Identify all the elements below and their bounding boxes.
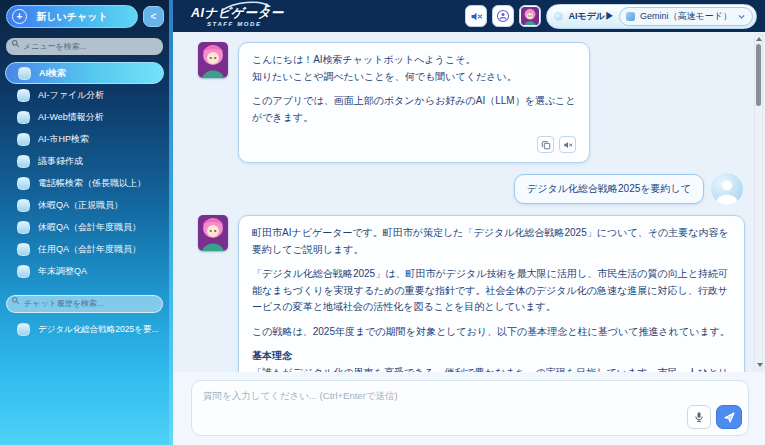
copy-icon	[541, 140, 551, 150]
model-selected-value: Gemini（高速モード）	[640, 10, 732, 23]
message-actions	[252, 134, 576, 157]
message-text: この戦略は、2025年度までの期間を対象としており、以下の基本理念と柱に基づいて…	[252, 324, 731, 341]
person-circle-icon	[496, 9, 510, 23]
sidebar-item-label: AI-市HP検索	[38, 133, 89, 146]
speaker-mute-icon	[470, 10, 483, 23]
chevron-left-icon: <	[151, 11, 157, 22]
chat-bubble-icon	[17, 133, 30, 146]
ai-avatar	[198, 215, 228, 251]
microphone-icon	[693, 411, 705, 423]
sidebar-item-ai-file-analysis[interactable]: AI-ファイル分析	[5, 84, 164, 106]
top-bar: AIナビゲーター STAFF MODE	[173, 0, 765, 32]
message-text: 町田市AIナビゲーターです。町田市が策定した「デジタル化総合戦略2025」につい…	[252, 225, 731, 258]
message-heading: 基本理念	[252, 348, 731, 365]
chat-bubble-icon	[17, 221, 30, 234]
chat-area: こんにちは！AI検索チャットボットへようこそ。 知りたいことや調べたいことを、何…	[173, 32, 765, 372]
sidebar-item-label: 議事録作成	[38, 155, 83, 168]
sidebar-item-label: 任用QA（会計年度職員）	[38, 243, 141, 256]
message-text: このアプリでは、画面上部のボタンからお好みのAI（LLM）を選ぶことができます。	[252, 93, 576, 126]
model-label: AIモデル▶	[568, 10, 614, 23]
chat-bubble-icon	[17, 199, 30, 212]
search-icon	[11, 296, 20, 305]
app-logo: AIナビゲーター STAFF MODE	[191, 5, 284, 27]
sidebar-item-leave-qa-fiscal[interactable]: 休暇QA（会計年度職員）	[5, 216, 164, 238]
sidebar-item-ai-city-hp-search[interactable]: AI-市HP検索	[5, 128, 164, 150]
ai-message-row: 町田市AIナビゲーターです。町田市が策定した「デジタル化総合戦略2025」につい…	[198, 215, 745, 372]
sidebar-item-leave-qa-regular[interactable]: 休暇QA（正規職員）	[5, 194, 164, 216]
user-avatar	[711, 173, 743, 205]
menu-search-input[interactable]	[6, 38, 163, 55]
composer-box	[191, 380, 749, 436]
sidebar-item-label: 年末調整QA	[38, 265, 87, 278]
message-text: 「誰もがデジタル化の恩恵を享受できる、便利で豊かなまち」の実現を目指しています。…	[252, 365, 731, 373]
send-button[interactable]	[716, 405, 742, 429]
mic-button[interactable]	[687, 405, 711, 429]
ai-message-bubble: 町田市AIナビゲーターです。町田市が策定した「デジタル化総合戦略2025」につい…	[238, 215, 745, 372]
message-text: 「デジタル化総合戦略2025」は、町田市がデジタル技術を最大限に活用し、市民生活…	[252, 266, 731, 316]
composer-buttons	[687, 405, 742, 429]
chat-bubble-icon	[17, 155, 30, 168]
sidebar-item-phonebook-search[interactable]: 電話帳検索（係長職以上）	[5, 172, 164, 194]
new-chat-label: 新しいチャット	[36, 10, 107, 24]
chat-bubble-icon	[18, 67, 31, 80]
plus-icon: +	[12, 9, 27, 24]
history-item-label: デジタル化総合戦略2025を要...	[38, 324, 159, 336]
chat-bubble-icon	[17, 243, 30, 256]
history-item[interactable]: デジタル化総合戦略2025を要...	[5, 319, 164, 341]
user-message-bubble: デジタル化総合戦略2025を要約して	[514, 174, 704, 204]
chat-bubble-icon	[17, 177, 30, 190]
sidebar-item-label: AI検索	[39, 67, 66, 80]
menu-search	[6, 35, 163, 55]
gemini-icon	[626, 12, 635, 21]
model-select-dropdown[interactable]: Gemini（高速モード）	[619, 7, 753, 26]
question-input[interactable]	[192, 381, 748, 435]
app: + 新しいチャット < AI検索 AI-ファイル分析 AI-Web情報分析	[0, 0, 765, 445]
read-aloud-mute-button[interactable]	[559, 136, 576, 153]
ai-message-row: こんにちは！AI検索チャットボットへようこそ。 知りたいことや調べたいことを、何…	[198, 42, 745, 163]
scroll-down-icon[interactable]	[757, 363, 763, 367]
sidebar-item-label: AI-Web情報分析	[38, 111, 104, 124]
assistant-avatar-button[interactable]	[519, 5, 541, 27]
copy-button[interactable]	[537, 136, 554, 153]
composer-area	[173, 372, 765, 445]
model-pill: AIモデル▶ Gemini（高速モード）	[546, 4, 757, 29]
top-right-controls: AIモデル▶ Gemini（高速モード）	[465, 4, 757, 29]
history-search-input[interactable]	[6, 295, 163, 313]
sidebar-item-year-end-adjustment-qa[interactable]: 年末調整QA	[5, 260, 164, 282]
chat-bubble-icon	[17, 265, 30, 278]
orbit-arrow-icon	[217, 0, 273, 12]
character-toggle-button[interactable]	[492, 5, 514, 27]
ai-message-bubble: こんにちは！AI検索チャットボットへようこそ。 知りたいことや調べたいことを、何…	[238, 42, 590, 163]
sidebar-item-appointment-qa[interactable]: 任用QA（会計年度職員）	[5, 238, 164, 260]
speaker-mute-icon	[563, 140, 573, 150]
history-search	[6, 292, 163, 313]
sidebar-item-label: 休暇QA（正規職員）	[38, 199, 123, 212]
main-area: AIナビゲーター STAFF MODE	[173, 0, 765, 445]
new-chat-button[interactable]: + 新しいチャット	[6, 5, 138, 28]
chevron-down-icon	[737, 12, 746, 21]
send-icon	[723, 411, 736, 424]
scroll-up-icon[interactable]	[756, 37, 762, 41]
sidebar: + 新しいチャット < AI検索 AI-ファイル分析 AI-Web情報分析	[0, 0, 169, 445]
sidebar-item-ai-web-analysis[interactable]: AI-Web情報分析	[5, 106, 164, 128]
mute-button[interactable]	[465, 5, 487, 27]
ai-avatar	[198, 42, 228, 78]
sidebar-item-ai-search[interactable]: AI検索	[5, 62, 164, 84]
sidebar-item-minutes-creation[interactable]: 議事録作成	[5, 150, 164, 172]
chat-bubble-icon	[17, 111, 30, 124]
chat-bubble-icon	[17, 89, 30, 102]
user-message-row: デジタル化総合戦略2025を要約して	[198, 173, 743, 205]
chat-scrollbar[interactable]	[754, 34, 763, 370]
sidebar-item-label: 電話帳検索（係長職以上）	[38, 177, 146, 190]
sidebar-item-label: 休暇QA（会計年度職員）	[38, 221, 141, 234]
message-text: こんにちは！AI検索チャットボットへようこそ。	[252, 52, 576, 69]
chat-bubble-icon	[17, 323, 30, 336]
sidebar-top: + 新しいチャット <	[0, 0, 169, 32]
scrollbar-thumb[interactable]	[756, 44, 761, 106]
search-icon	[11, 39, 20, 48]
model-dot-icon	[554, 12, 563, 21]
sidebar-item-label: AI-ファイル分析	[38, 89, 104, 102]
assistant-avatar-icon	[521, 6, 539, 26]
sidebar-menu: AI検索 AI-ファイル分析 AI-Web情報分析 AI-市HP検索 議事録作成…	[0, 60, 169, 284]
sidebar-collapse-button[interactable]: <	[143, 6, 164, 27]
